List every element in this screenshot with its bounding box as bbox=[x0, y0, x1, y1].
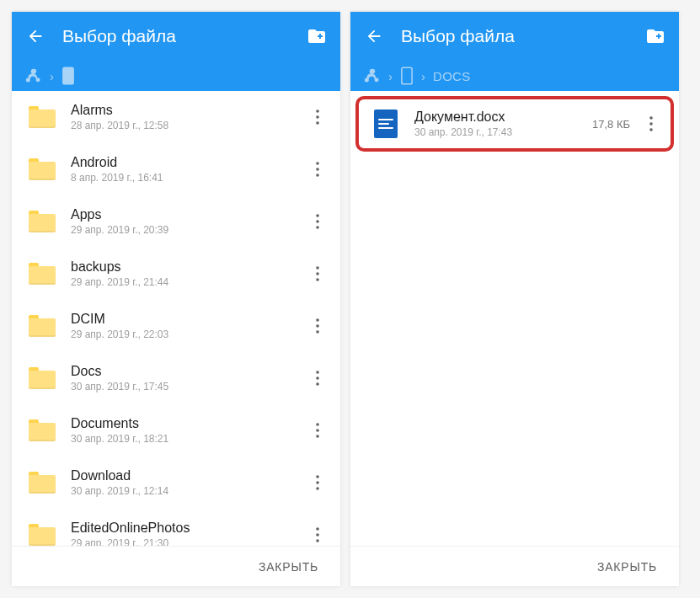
new-folder-button[interactable] bbox=[639, 19, 672, 53]
folder-icon bbox=[22, 97, 62, 137]
row-text: Documents 30 апр. 2019 г., 18:21 bbox=[62, 415, 305, 446]
svg-point-10 bbox=[316, 266, 319, 270]
row-meta: 29 апр. 2019 г., 21:44 bbox=[71, 276, 305, 290]
row-text: Android 8 апр. 2019 г., 16:41 bbox=[62, 154, 305, 185]
back-button[interactable] bbox=[19, 19, 52, 53]
svg-point-20 bbox=[316, 429, 319, 432]
breadcrumb-docs[interactable]: DOCS bbox=[433, 69, 471, 83]
breadcrumb-phone[interactable] bbox=[400, 67, 414, 85]
svg-point-8 bbox=[316, 220, 319, 223]
row-name: Download bbox=[71, 467, 305, 483]
back-button[interactable] bbox=[357, 19, 391, 53]
folder-row[interactable]: Apps 29 апр. 2019 г., 20:39 bbox=[12, 195, 340, 248]
row-meta: 30 апр. 2019 г., 12:14 bbox=[71, 485, 305, 499]
more-button[interactable] bbox=[305, 518, 330, 546]
chevron-right-icon: › bbox=[50, 69, 54, 83]
folder-row[interactable]: Alarms 28 апр. 2019 г., 12:58 bbox=[12, 91, 340, 143]
more-button[interactable] bbox=[639, 107, 664, 141]
more-button[interactable] bbox=[305, 257, 330, 291]
more-vert-icon bbox=[316, 527, 319, 542]
svg-point-19 bbox=[316, 423, 319, 426]
file-list: Alarms 28 апр. 2019 г., 12:58 Android 8 … bbox=[12, 91, 340, 546]
folder-icon bbox=[22, 410, 62, 451]
svg-point-11 bbox=[316, 272, 319, 275]
more-vert-icon bbox=[316, 266, 319, 281]
row-text: Apps 29 апр. 2019 г., 20:39 bbox=[62, 206, 305, 238]
row-meta: 30 апр. 2019 г., 18:21 bbox=[71, 433, 305, 446]
svg-point-18 bbox=[316, 382, 319, 386]
network-root-icon bbox=[364, 67, 381, 84]
row-meta: 8 апр. 2019 г., 16:41 bbox=[71, 172, 305, 185]
row-meta: 30 апр. 2019 г., 17:45 bbox=[71, 381, 305, 394]
more-button[interactable] bbox=[305, 361, 330, 395]
file-picker-panel-left: Выбор файла › Alarms 28 апр. 2019 г., 12… bbox=[12, 12, 340, 586]
more-vert-icon bbox=[316, 162, 319, 177]
breadcrumb-root[interactable] bbox=[25, 67, 42, 84]
svg-point-1 bbox=[316, 109, 319, 113]
close-button[interactable]: ЗАКРЫТЬ bbox=[255, 552, 322, 582]
row-name: Documents bbox=[71, 415, 305, 431]
more-button[interactable] bbox=[305, 205, 330, 238]
more-vert-icon bbox=[316, 318, 319, 334]
row-meta: 28 апр. 2019 г., 12:58 bbox=[71, 120, 305, 133]
folder-icon bbox=[22, 201, 62, 242]
folder-row[interactable]: DCIM 29 апр. 2019 г., 22:03 bbox=[12, 300, 340, 352]
more-vert-icon bbox=[316, 214, 319, 229]
file-row-highlighted[interactable]: Документ.docx 30 апр. 2019 г., 17:43 17,… bbox=[355, 96, 674, 152]
folder-icon bbox=[22, 306, 62, 346]
svg-point-23 bbox=[316, 481, 319, 484]
row-name: EditedOnlinePhotos bbox=[71, 520, 305, 536]
svg-point-29 bbox=[649, 116, 653, 120]
svg-point-4 bbox=[316, 162, 319, 165]
more-vert-icon bbox=[649, 116, 653, 131]
row-meta: 29 апр. 2019 г., 22:03 bbox=[71, 328, 305, 342]
row-text: DCIM 29 апр. 2019 г., 22:03 bbox=[62, 311, 305, 342]
svg-point-24 bbox=[316, 487, 319, 490]
more-button[interactable] bbox=[305, 414, 330, 447]
svg-point-30 bbox=[649, 122, 653, 125]
svg-point-3 bbox=[316, 121, 319, 125]
row-name: Docs bbox=[71, 363, 305, 379]
row-text: EditedOnlinePhotos 29 апр. 2019 г., 21:3… bbox=[62, 520, 305, 546]
more-button[interactable] bbox=[305, 100, 330, 134]
row-size: 17,8 КБ bbox=[592, 118, 639, 131]
row-name: Документ.docx bbox=[414, 109, 592, 125]
chevron-right-icon: › bbox=[388, 69, 393, 83]
breadcrumb-root[interactable] bbox=[364, 67, 381, 84]
row-name: DCIM bbox=[71, 311, 305, 327]
svg-point-27 bbox=[316, 539, 319, 542]
arrow-back-icon bbox=[365, 27, 383, 45]
folder-add-icon bbox=[645, 26, 665, 46]
more-vert-icon bbox=[316, 475, 319, 490]
breadcrumb: › bbox=[12, 61, 340, 91]
row-meta: 29 апр. 2019 г., 21:30 bbox=[71, 537, 305, 546]
svg-point-26 bbox=[316, 533, 319, 537]
more-button[interactable] bbox=[305, 466, 330, 499]
folder-row[interactable]: backups 29 апр. 2019 г., 21:44 bbox=[12, 248, 340, 300]
svg-point-31 bbox=[649, 128, 653, 131]
folder-row[interactable]: Documents 30 апр. 2019 г., 18:21 bbox=[12, 404, 340, 457]
folder-icon bbox=[22, 515, 62, 546]
row-meta: 29 апр. 2019 г., 20:39 bbox=[71, 224, 305, 238]
svg-rect-0 bbox=[63, 67, 73, 84]
folder-row[interactable]: Android 8 апр. 2019 г., 16:41 bbox=[12, 143, 340, 195]
svg-point-7 bbox=[316, 214, 319, 217]
folder-row[interactable]: EditedOnlinePhotos 29 апр. 2019 г., 21:3… bbox=[12, 509, 340, 546]
network-root-icon bbox=[25, 67, 42, 84]
svg-point-15 bbox=[316, 330, 319, 334]
svg-point-2 bbox=[316, 115, 319, 119]
folder-row[interactable]: Docs 30 апр. 2019 г., 17:45 bbox=[12, 352, 340, 404]
row-name: backups bbox=[71, 259, 305, 275]
more-vert-icon bbox=[316, 109, 319, 125]
more-button[interactable] bbox=[305, 309, 330, 343]
page-title: Выбор файла bbox=[391, 26, 639, 46]
new-folder-button[interactable] bbox=[300, 19, 334, 53]
svg-point-13 bbox=[316, 318, 319, 322]
close-button[interactable]: ЗАКРЫТЬ bbox=[594, 552, 660, 582]
folder-add-icon bbox=[307, 26, 327, 46]
more-button[interactable] bbox=[305, 152, 330, 186]
folder-row[interactable]: Download 30 апр. 2019 г., 12:14 bbox=[12, 457, 340, 509]
phone-icon bbox=[400, 67, 414, 85]
svg-point-9 bbox=[316, 226, 319, 229]
breadcrumb-phone[interactable] bbox=[61, 67, 75, 85]
